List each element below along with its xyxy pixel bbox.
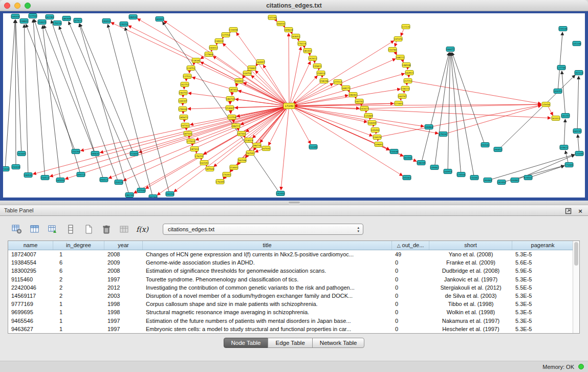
graph-node[interactable]: 157234 (268, 15, 277, 20)
graph-node[interactable]: 153025 (38, 20, 47, 25)
panel-splitter[interactable] (0, 201, 588, 205)
graph-edge[interactable] (411, 81, 541, 104)
network-table-selector[interactable]: citations_edges.txt ▴▾ (163, 224, 363, 235)
graph-node[interactable]: 153007 (226, 106, 234, 111)
graph-edge[interactable] (451, 53, 461, 172)
import-table-icon[interactable] (46, 223, 59, 235)
graph-edge[interactable] (125, 28, 169, 191)
column-header-pagerank[interactable]: pagerank (512, 241, 574, 250)
graph-node[interactable]: 148209 (417, 161, 426, 165)
graph-node[interactable]: 121035 (575, 151, 584, 156)
table-row[interactable]: 946554611997Estimation of the future num… (8, 317, 573, 325)
graph-node[interactable]: 100463 (425, 125, 433, 129)
delete-column-icon[interactable] (100, 223, 113, 235)
graph-edge[interactable] (447, 105, 541, 134)
graph-edge[interactable] (289, 33, 289, 103)
table-row[interactable]: 2242004622012Investigating the contribut… (8, 283, 573, 292)
row-height-icon[interactable] (64, 223, 77, 235)
graph-node[interactable]: 168222 (396, 55, 405, 60)
graph-edge[interactable] (232, 92, 232, 96)
column-header-title[interactable]: title (143, 241, 392, 250)
graph-edge[interactable] (214, 107, 287, 167)
network-window-titlebar[interactable]: citations_edges.txt (0, 0, 588, 11)
graph-node[interactable]: 186714 (226, 97, 235, 101)
graph-node[interactable]: 162612 (309, 56, 317, 61)
graph-edge[interactable] (24, 25, 28, 172)
table-row[interactable]: 911546021997Tourette syndrome. Phenomeno… (8, 275, 573, 283)
graph-edge[interactable] (401, 29, 404, 36)
graph-node[interactable]: 109691 (375, 142, 383, 147)
graph-edge[interactable] (128, 26, 286, 105)
graph-node[interactable]: 169213 (77, 172, 85, 177)
graph-node[interactable]: 15958 (542, 102, 550, 107)
graph-node[interactable]: 150342 (470, 176, 479, 180)
graph-node[interactable]: 103754 (243, 71, 252, 76)
graph-edge[interactable] (236, 33, 287, 104)
graph-edge[interactable] (15, 20, 16, 164)
graph-node[interactable]: 190535 (24, 173, 33, 178)
graph-node[interactable]: 170224 (298, 41, 307, 46)
graph-node[interactable]: 166432 (277, 21, 286, 26)
graph-edge[interactable] (435, 53, 450, 165)
graph-node[interactable]: 163051 (292, 34, 300, 39)
graph-node[interactable]: 169618 (285, 28, 293, 32)
zoom-window-button[interactable] (25, 3, 31, 9)
graph-node[interactable]: 103621 (560, 145, 569, 150)
graph-edge[interactable] (292, 59, 395, 105)
network-canvas[interactable]: 1724015723416643216961816305117022418143… (3, 13, 585, 198)
graph-node[interactable]: 105493 (371, 128, 380, 133)
graph-edge[interactable] (281, 108, 289, 190)
graph-node[interactable]: 157751 (404, 79, 412, 83)
graph-edge[interactable] (293, 82, 321, 104)
column-header-short[interactable]: short (429, 241, 512, 250)
tab-edge-table[interactable]: Edge Table (268, 338, 312, 348)
graph-node[interactable]: 115469 (364, 114, 373, 118)
graph-edge[interactable] (123, 107, 286, 181)
graph-edge[interactable] (548, 106, 553, 115)
graph-edge[interactable] (452, 53, 484, 143)
graph-node[interactable]: 178334 (179, 107, 187, 112)
column-select-icon[interactable] (28, 223, 41, 235)
new-document-icon[interactable] (82, 223, 95, 235)
tab-network-table[interactable]: Network Table (312, 338, 365, 348)
table-row[interactable]: 969969511998Structural magnetic resonanc… (8, 308, 573, 316)
graph-edge[interactable] (79, 24, 128, 192)
graph-node[interactable]: 150334 (12, 165, 20, 169)
scrollbar-thumb[interactable] (574, 242, 578, 266)
graph-node[interactable]: 186721 (232, 124, 241, 128)
graph-node[interactable]: 161542 (404, 156, 412, 160)
table-row[interactable]: 1830029562008Estimation of significance … (8, 267, 573, 275)
graph-node[interactable]: 245061 (403, 176, 411, 180)
graph-node[interactable]: 177717 (334, 80, 342, 84)
graph-edge[interactable] (213, 56, 286, 105)
graph-node[interactable]: 192450 (276, 191, 285, 196)
graph-edge[interactable] (33, 19, 45, 175)
graph-node[interactable]: 197370 (394, 37, 403, 41)
graph-node[interactable]: 153441 (230, 165, 238, 170)
graph-node[interactable]: 143251 (554, 89, 562, 94)
graph-node[interactable]: 155821 (313, 64, 322, 69)
column-header-name[interactable]: name (8, 241, 53, 250)
close-icon[interactable]: × (577, 207, 584, 214)
graph-edge[interactable] (395, 41, 397, 46)
graph-node[interactable]: 160441 (156, 17, 164, 21)
graph-node[interactable]: 122131 (402, 25, 410, 29)
graph-node[interactable]: 126154 (120, 22, 128, 27)
table-row[interactable]: 977716911998Corpus callosum shape and si… (8, 300, 573, 308)
graph-node[interactable]: 187331 (184, 132, 192, 136)
graph-node[interactable]: 184631 (91, 151, 100, 156)
graph-node[interactable]: 181432 (303, 49, 312, 53)
graph-node[interactable]: 176345 (216, 180, 225, 184)
graph-node[interactable]: 100953 (444, 169, 452, 174)
graph-node[interactable]: 142113 (575, 71, 583, 75)
graph-edge[interactable] (376, 133, 376, 134)
graph-node[interactable]: 154780 (388, 48, 397, 52)
graph-node[interactable]: 176341 (223, 172, 231, 177)
graph-edge[interactable] (293, 106, 551, 118)
graph-node[interactable]: 165054 (56, 178, 65, 183)
graph-node[interactable]: 251605 (130, 151, 139, 156)
graph-edge[interactable] (293, 106, 424, 126)
graph-node[interactable]: 105148 (573, 41, 581, 46)
graph-node[interactable]: 924502 (524, 176, 533, 180)
graph-edge[interactable] (26, 25, 75, 149)
